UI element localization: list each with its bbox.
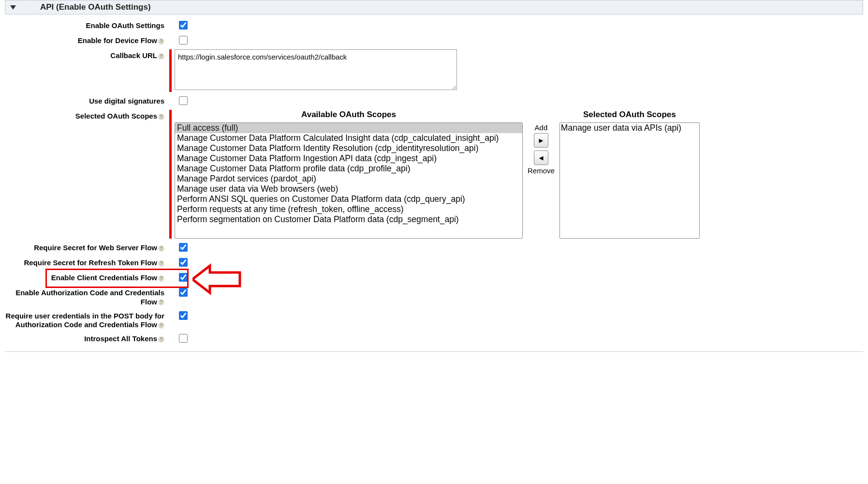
help-icon[interactable]: ? (158, 322, 164, 329)
section-header[interactable]: API (Enable OAuth Settings) (5, 0, 863, 15)
label-introspect: Introspect All Tokens (84, 334, 157, 343)
remove-button[interactable]: ◀ (534, 151, 548, 165)
label-scopes: Selected OAuth Scopes (75, 112, 157, 120)
label-auth-code: Enable Authorization Code and Credential… (15, 288, 164, 306)
row-scopes: Selected OAuth Scopes? Available OAuth S… (5, 110, 863, 239)
section-title: API (Enable OAuth Settings) (40, 2, 151, 12)
collapse-icon[interactable] (10, 5, 16, 10)
scope-option[interactable]: Manage user data via APIs (api) (560, 123, 699, 134)
row-auth-code: Enable Authorization Code and Credential… (5, 287, 863, 307)
scope-option[interactable]: Manage Pardot services (pardot_api) (175, 174, 522, 184)
label-device-flow: Enable for Device Flow (78, 36, 157, 45)
row-req-secret-web: Require Secret for Web Server Flow? (5, 242, 863, 254)
scope-option[interactable]: Perform ANSI SQL queries on Customer Dat… (175, 194, 522, 204)
callback-url-input[interactable] (175, 49, 457, 90)
row-enable-oauth: Enable OAuth Settings (5, 19, 863, 31)
available-scopes-list[interactable]: Full access (full)Manage Customer Data P… (175, 122, 523, 239)
label-client-cred: Enable Client Credentials Flow (51, 273, 157, 282)
help-icon[interactable]: ? (158, 260, 164, 267)
scope-option[interactable]: Manage Customer Data Platform Calculated… (175, 133, 522, 143)
label-req-secret-web: Require Secret for Web Server Flow (34, 243, 157, 252)
digital-signatures-checkbox[interactable] (179, 96, 188, 105)
row-client-cred: Enable Client Credentials Flow? (5, 272, 863, 284)
selected-scopes-list[interactable]: Manage user data via APIs (api) (559, 122, 700, 239)
label-req-user-cred: Require user credentials in the POST bod… (6, 312, 164, 329)
label-digital-sig: Use digital signatures (5, 95, 169, 106)
enable-oauth-checkbox[interactable] (179, 21, 188, 30)
remove-label: Remove (528, 166, 555, 175)
help-icon[interactable]: ? (158, 299, 164, 305)
help-icon[interactable]: ? (158, 336, 164, 343)
scope-option[interactable]: Manage Customer Data Platform Ingestion … (175, 153, 522, 164)
chevron-left-icon: ◀ (539, 153, 543, 162)
help-icon[interactable]: ? (158, 53, 164, 60)
available-scopes-title: Available OAuth Scopes (301, 110, 396, 120)
help-icon[interactable]: ? (158, 114, 164, 120)
scope-option[interactable]: Full access (full) (175, 123, 522, 133)
row-device-flow: Enable for Device Flow? (5, 34, 863, 46)
label-enable-oauth: Enable OAuth Settings (5, 19, 169, 30)
chevron-right-icon: ▶ (539, 136, 543, 145)
auth-code-checkbox[interactable] (179, 288, 188, 297)
scope-option[interactable]: Manage Customer Data Platform Identity R… (175, 143, 522, 153)
add-label: Add (535, 123, 548, 132)
scope-option[interactable]: Manage user data via Web browsers (web) (175, 184, 522, 194)
row-digital-sig: Use digital signatures (5, 95, 863, 107)
row-callback: Callback URL? (5, 49, 863, 92)
req-user-cred-checkbox[interactable] (179, 311, 188, 320)
scope-option[interactable]: Manage Customer Data Platform profile da… (175, 164, 522, 174)
introspect-checkbox[interactable] (179, 334, 188, 343)
row-introspect: Introspect All Tokens? (5, 333, 863, 345)
section-footer-divider (5, 351, 863, 352)
scope-option[interactable]: Perform requests at any time (refresh_to… (175, 204, 522, 214)
client-credentials-checkbox[interactable] (179, 273, 188, 282)
label-req-secret-refresh: Require Secret for Refresh Token Flow (24, 258, 157, 267)
device-flow-checkbox[interactable] (179, 36, 188, 45)
row-req-secret-refresh: Require Secret for Refresh Token Flow? (5, 257, 863, 269)
add-button[interactable]: ▶ (534, 133, 548, 148)
scope-option[interactable]: Perform segmentation on Customer Data Pl… (175, 214, 522, 225)
req-secret-refresh-checkbox[interactable] (179, 258, 188, 267)
label-callback: Callback URL (110, 51, 157, 60)
req-secret-web-checkbox[interactable] (179, 243, 188, 252)
help-icon[interactable]: ? (158, 275, 164, 282)
selected-scopes-title: Selected OAuth Scopes (583, 110, 676, 120)
help-icon[interactable]: ? (158, 38, 164, 45)
row-req-user-cred: Require user credentials in the POST bod… (5, 310, 863, 330)
help-icon[interactable]: ? (158, 245, 164, 252)
